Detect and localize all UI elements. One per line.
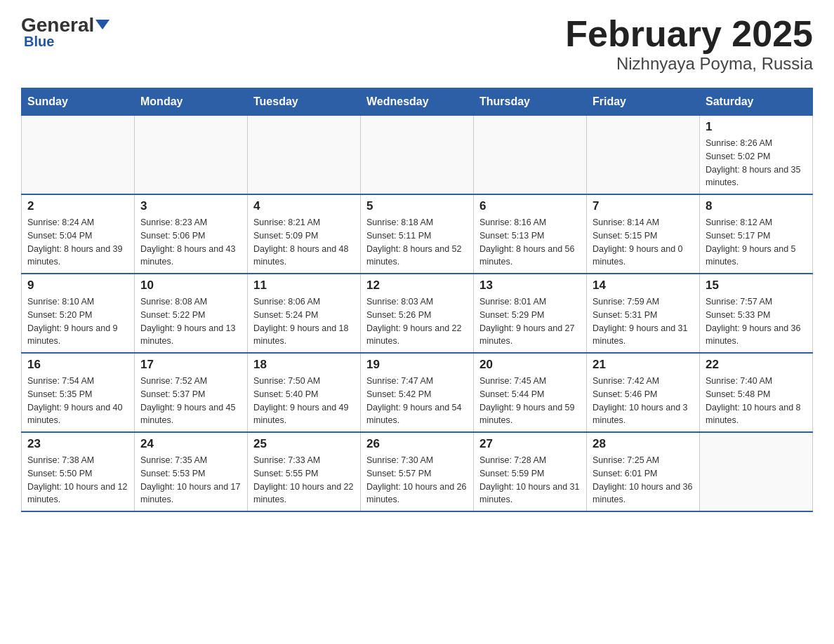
calendar-cell: 11Sunrise: 8:06 AMSunset: 5:24 PMDayligh… [248,274,361,353]
calendar-cell: 18Sunrise: 7:50 AMSunset: 5:40 PMDayligh… [248,353,361,432]
day-info: Sunrise: 7:45 AMSunset: 5:44 PMDaylight:… [479,375,581,427]
calendar-cell: 5Sunrise: 8:18 AMSunset: 5:11 PMDaylight… [361,194,474,274]
calendar-cell: 3Sunrise: 8:23 AMSunset: 5:06 PMDaylight… [135,194,248,274]
calendar-cell: 21Sunrise: 7:42 AMSunset: 5:46 PMDayligh… [587,353,700,432]
calendar-cell: 14Sunrise: 7:59 AMSunset: 5:31 PMDayligh… [587,274,700,353]
calendar-cell: 12Sunrise: 8:03 AMSunset: 5:26 PMDayligh… [361,274,474,353]
calendar-cell: 16Sunrise: 7:54 AMSunset: 5:35 PMDayligh… [22,353,135,432]
calendar-cell: 4Sunrise: 8:21 AMSunset: 5:09 PMDaylight… [248,194,361,274]
day-number: 26 [366,437,468,451]
day-info: Sunrise: 8:10 AMSunset: 5:20 PMDaylight:… [27,295,128,348]
page-title: February 2025 [565,14,813,54]
day-info: Sunrise: 7:40 AMSunset: 5:48 PMDaylight:… [706,375,807,427]
calendar-cell: 2Sunrise: 8:24 AMSunset: 5:04 PMDaylight… [22,194,135,274]
weekday-header-wednesday: Wednesday [361,88,474,116]
day-info: Sunrise: 8:01 AMSunset: 5:29 PMDaylight:… [479,295,581,348]
day-number: 19 [366,358,468,372]
calendar-cell: 20Sunrise: 7:45 AMSunset: 5:44 PMDayligh… [474,353,587,432]
day-info: Sunrise: 8:14 AMSunset: 5:15 PMDaylight:… [593,216,694,269]
week-row-5: 23Sunrise: 7:38 AMSunset: 5:50 PMDayligh… [22,432,813,511]
day-number: 21 [593,358,694,372]
week-row-3: 9Sunrise: 8:10 AMSunset: 5:20 PMDaylight… [22,274,813,353]
day-number: 13 [479,279,581,293]
day-info: Sunrise: 7:35 AMSunset: 5:53 PMDaylight:… [140,454,241,507]
day-info: Sunrise: 7:30 AMSunset: 5:57 PMDaylight:… [366,454,468,507]
calendar-header: SundayMondayTuesdayWednesdayThursdayFrid… [22,88,813,116]
day-info: Sunrise: 7:59 AMSunset: 5:31 PMDaylight:… [593,295,694,348]
calendar-cell: 22Sunrise: 7:40 AMSunset: 5:48 PMDayligh… [700,353,813,432]
day-info: Sunrise: 8:24 AMSunset: 5:04 PMDaylight:… [27,216,128,269]
day-info: Sunrise: 8:21 AMSunset: 5:09 PMDaylight:… [253,216,355,269]
day-info: Sunrise: 8:26 AMSunset: 5:02 PMDaylight:… [706,137,807,189]
calendar-cell: 7Sunrise: 8:14 AMSunset: 5:15 PMDaylight… [587,194,700,274]
weekday-header-monday: Monday [135,88,248,116]
calendar-cell: 9Sunrise: 8:10 AMSunset: 5:20 PMDaylight… [22,274,135,353]
calendar-cell [22,116,135,195]
day-number: 6 [479,199,581,213]
week-row-4: 16Sunrise: 7:54 AMSunset: 5:35 PMDayligh… [22,353,813,432]
day-number: 4 [253,199,355,213]
week-row-1: 1Sunrise: 8:26 AMSunset: 5:02 PMDaylight… [22,116,813,195]
page-header: General Blue February 2025 Nizhnyaya Poy… [21,14,813,74]
calendar-cell: 10Sunrise: 8:08 AMSunset: 5:22 PMDayligh… [135,274,248,353]
calendar-cell: 6Sunrise: 8:16 AMSunset: 5:13 PMDaylight… [474,194,587,274]
calendar-cell: 25Sunrise: 7:33 AMSunset: 5:55 PMDayligh… [248,432,361,511]
logo-triangle-icon [95,20,110,29]
day-number: 22 [706,358,807,372]
day-number: 2 [27,199,128,213]
day-number: 1 [706,120,807,134]
calendar-body: 1Sunrise: 8:26 AMSunset: 5:02 PMDaylight… [22,116,813,512]
calendar-cell: 27Sunrise: 7:28 AMSunset: 5:59 PMDayligh… [474,432,587,511]
day-number: 8 [706,199,807,213]
day-number: 16 [27,358,128,372]
calendar-cell: 17Sunrise: 7:52 AMSunset: 5:37 PMDayligh… [135,353,248,432]
day-number: 10 [140,279,241,293]
weekday-header-tuesday: Tuesday [248,88,361,116]
day-info: Sunrise: 7:47 AMSunset: 5:42 PMDaylight:… [366,375,468,427]
calendar-cell: 1Sunrise: 8:26 AMSunset: 5:02 PMDaylight… [700,116,813,195]
day-number: 24 [140,437,241,451]
calendar-cell: 26Sunrise: 7:30 AMSunset: 5:57 PMDayligh… [361,432,474,511]
calendar-cell [587,116,700,195]
day-number: 27 [479,437,581,451]
day-info: Sunrise: 7:28 AMSunset: 5:59 PMDaylight:… [479,454,581,507]
day-number: 7 [593,199,694,213]
day-info: Sunrise: 7:54 AMSunset: 5:35 PMDaylight:… [27,375,128,427]
day-info: Sunrise: 8:08 AMSunset: 5:22 PMDaylight:… [140,295,241,348]
day-info: Sunrise: 7:33 AMSunset: 5:55 PMDaylight:… [253,454,355,507]
calendar-cell: 8Sunrise: 8:12 AMSunset: 5:17 PMDaylight… [700,194,813,274]
weekday-row: SundayMondayTuesdayWednesdayThursdayFrid… [22,88,813,116]
day-info: Sunrise: 8:23 AMSunset: 5:06 PMDaylight:… [140,216,241,269]
day-info: Sunrise: 7:38 AMSunset: 5:50 PMDaylight:… [27,454,128,507]
calendar-cell: 15Sunrise: 7:57 AMSunset: 5:33 PMDayligh… [700,274,813,353]
day-info: Sunrise: 8:16 AMSunset: 5:13 PMDaylight:… [479,216,581,269]
day-info: Sunrise: 8:06 AMSunset: 5:24 PMDaylight:… [253,295,355,348]
day-number: 20 [479,358,581,372]
calendar-cell [361,116,474,195]
day-info: Sunrise: 8:03 AMSunset: 5:26 PMDaylight:… [366,295,468,348]
logo: General Blue [21,14,110,50]
day-number: 11 [253,279,355,293]
week-row-2: 2Sunrise: 8:24 AMSunset: 5:04 PMDaylight… [22,194,813,274]
weekday-header-saturday: Saturday [700,88,813,116]
day-number: 28 [593,437,694,451]
page-subtitle: Nizhnyaya Poyma, Russia [565,54,813,74]
calendar-cell [248,116,361,195]
day-info: Sunrise: 7:57 AMSunset: 5:33 PMDaylight:… [706,295,807,348]
day-info: Sunrise: 8:12 AMSunset: 5:17 PMDaylight:… [706,216,807,269]
day-number: 14 [593,279,694,293]
title-block: February 2025 Nizhnyaya Poyma, Russia [565,14,813,74]
day-info: Sunrise: 7:50 AMSunset: 5:40 PMDaylight:… [253,375,355,427]
calendar-cell: 23Sunrise: 7:38 AMSunset: 5:50 PMDayligh… [22,432,135,511]
calendar-cell [474,116,587,195]
weekday-header-thursday: Thursday [474,88,587,116]
day-info: Sunrise: 7:25 AMSunset: 6:01 PMDaylight:… [593,454,694,507]
logo-subtitle: Blue [24,34,54,50]
day-number: 23 [27,437,128,451]
calendar-table: SundayMondayTuesdayWednesdayThursdayFrid… [21,88,813,512]
day-number: 5 [366,199,468,213]
calendar-cell: 13Sunrise: 8:01 AMSunset: 5:29 PMDayligh… [474,274,587,353]
calendar-cell [135,116,248,195]
weekday-header-friday: Friday [587,88,700,116]
day-number: 9 [27,279,128,293]
